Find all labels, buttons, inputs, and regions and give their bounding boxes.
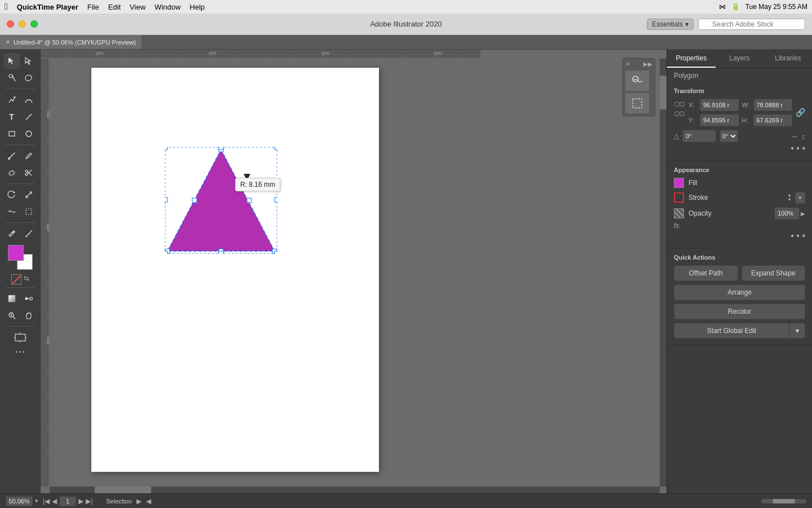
crop-button[interactable] [625,93,649,113]
measure-tool[interactable] [21,226,37,242]
edit-menu[interactable]: Edit [108,3,121,11]
scroll-indicator[interactable] [761,499,806,503]
stroke-swatch[interactable] [674,192,684,203]
hscroll-thumb[interactable] [95,487,151,493]
opacity-arrow-icon[interactable]: ▶ [801,211,805,217]
apple-menu[interactable]:  [5,2,8,12]
float-panel-close-icon[interactable]: ✕ [625,61,630,67]
triangle-shape[interactable] [165,147,277,254]
selection-handle-top-mid[interactable] [219,147,223,150]
selection-handle-left-mid[interactable] [165,198,167,202]
view-menu[interactable]: View [130,3,145,11]
y-input[interactable] [700,114,739,126]
selection-handle-mid-right[interactable] [247,198,251,203]
zoom-tool[interactable] [4,308,20,323]
rect-tool[interactable] [4,126,20,142]
gradient-tool[interactable] [4,291,20,306]
flip-h-icon[interactable]: ↔ [791,132,798,141]
app-name-menu[interactable]: QuickTime Player [17,3,78,11]
tab-properties[interactable]: Properties [667,50,716,68]
search-adobe-stock-input[interactable] [698,19,805,30]
selection-handle-mid-left[interactable] [192,198,197,203]
scroll-thumb[interactable] [773,499,795,503]
prev-page-icon[interactable]: ◀ [52,497,57,505]
magic-wand-tool[interactable] [4,70,20,86]
lasso-tool[interactable] [21,70,37,86]
file-menu[interactable]: File [87,3,99,11]
x-input[interactable] [700,99,739,111]
stroke-stepper[interactable]: ▲ ▼ [787,193,792,202]
canvas-area[interactable]: 200 400 600 800 1000 200 [41,50,667,493]
opacity-input[interactable] [774,207,800,220]
minimize-button[interactable] [19,20,26,28]
appearance-more-options[interactable]: • • • [674,230,805,242]
angle-select[interactable]: 0° [720,130,738,142]
selection-handle-tr[interactable] [275,147,277,150]
zoom-dropdown-icon[interactable]: ▾ [35,497,38,505]
transform-more-options[interactable]: • • • [674,142,805,155]
scale-tool[interactable] [21,187,37,203]
angle-input[interactable] [682,130,716,142]
transform-link-icon[interactable] [674,101,685,119]
tab-layers[interactable]: Layers [716,50,764,68]
canvas-hscrollbar[interactable] [50,487,660,493]
fx-button[interactable]: fx. [674,222,805,230]
arrange-button[interactable]: Arrange [674,284,805,300]
hand-tool[interactable] [21,308,37,323]
selection-handle-tl[interactable] [165,147,167,150]
none-swatch[interactable] [11,274,21,284]
recolor-button[interactable]: Recolor [674,304,805,319]
help-menu[interactable]: Help [189,3,205,11]
type-tool[interactable]: T [4,109,20,125]
lock-proportions-icon[interactable]: 🔗 [796,108,805,117]
global-edit-dropdown[interactable]: ▾ [789,323,805,339]
close-x[interactable]: ✕ [6,39,10,45]
eyedropper-tool[interactable] [4,226,20,242]
start-global-edit-button[interactable]: Start Global Edit [674,323,789,339]
play-icon[interactable]: ▶ [136,497,142,505]
image-edit-button[interactable] [625,71,649,91]
selection-handle-right-mid[interactable] [275,198,277,202]
ellipse-tool[interactable] [21,126,37,142]
curvature-tool[interactable] [21,92,37,108]
window-menu[interactable]: Window [155,3,180,11]
float-panel-expand-icon[interactable]: ▶▶ [643,61,652,67]
swap-colors-icon[interactable]: ⇆ [24,274,29,284]
selection-handle-bl[interactable] [165,251,167,254]
essentials-button[interactable]: Essentials ▾ [647,19,694,30]
expand-shape-button[interactable]: Expand Shape [742,265,806,281]
w-input[interactable] [753,99,793,111]
h-input[interactable] [753,114,793,126]
direct-selection-tool[interactable] [21,53,37,69]
selection-handle-bottom-mid[interactable] [219,251,223,254]
pencil-tool[interactable] [21,148,37,164]
selection-handle-br[interactable] [275,251,277,254]
tab-libraries[interactable]: Libraries [764,50,812,68]
page-number-input[interactable] [59,496,76,506]
eraser-tool[interactable] [4,165,20,181]
more-tools-button[interactable]: • • • [15,349,24,355]
close-button[interactable] [7,20,14,28]
selection-tool[interactable] [4,53,20,69]
pen-tool[interactable] [4,92,20,108]
next-page-icon[interactable]: ▶ [78,497,83,505]
canvas-vscrollbar[interactable] [660,59,667,487]
first-page-icon[interactable]: |◀ [43,497,50,505]
prev-icon[interactable]: ◀ [146,497,151,505]
document-tab[interactable]: ✕ Untitled-4* @ 50.06% (CMYK/GPU Preview… [0,35,142,49]
maximize-button[interactable] [30,20,38,28]
rotate-tool[interactable] [4,187,20,203]
paintbrush-tool[interactable] [4,148,20,164]
blend-tool[interactable] [21,291,37,306]
line-tool[interactable] [21,109,37,125]
free-transform-tool[interactable] [21,204,37,220]
offset-path-button[interactable]: Offset Path [674,265,738,281]
fill-swatch[interactable] [674,178,684,188]
warp-tool[interactable] [4,204,20,220]
vscroll-thumb[interactable] [660,76,667,110]
zoom-input[interactable] [6,496,33,506]
last-page-icon[interactable]: ▶| [86,497,92,505]
flip-v-icon[interactable]: ↕ [802,132,806,141]
foreground-color-swatch[interactable] [8,245,24,261]
artboard-tool[interactable] [12,330,28,345]
